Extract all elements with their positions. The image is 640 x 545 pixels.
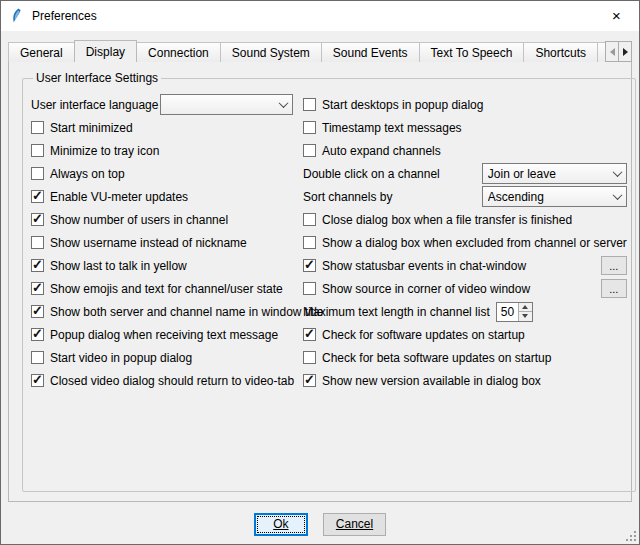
checkbox-popup-text-message[interactable]: Popup dialog when receiving text message: [31, 328, 278, 342]
spinner-down-button[interactable]: [518, 312, 532, 321]
checkbox-box: [31, 144, 44, 157]
checkbox-label: Show last to talk in yellow: [50, 259, 187, 273]
checkbox-box: [31, 121, 44, 134]
checkbox-label: Show both server and channel name in win…: [50, 305, 324, 319]
tab-bar: General Display Connection Sound System …: [8, 40, 632, 62]
checkbox-label: Check for software updates on startup: [322, 328, 525, 342]
double-click-row: Double click on a channel Join or leave: [303, 162, 627, 185]
checkbox-box: [303, 374, 316, 387]
spinner-up-button[interactable]: [518, 303, 532, 313]
window-title: Preferences: [32, 9, 594, 23]
double-click-value: Join or leave: [488, 167, 609, 181]
checkbox-video-popup[interactable]: Start video in popup dialog: [31, 351, 192, 365]
ok-button[interactable]: Ok: [254, 513, 308, 536]
arrow-left-icon: [610, 48, 615, 56]
sort-channels-select[interactable]: Ascending: [482, 186, 627, 207]
checkbox-label: Show username instead of nickname: [50, 236, 247, 250]
close-button[interactable]: ×: [594, 1, 639, 31]
checkbox-show-emojis[interactable]: Show emojis and text for channel/user st…: [31, 282, 283, 296]
tab-scrollers: [606, 41, 632, 62]
tab-sound-events[interactable]: Sound Events: [321, 42, 420, 62]
checkbox-label: Show a dialog box when excluded from cha…: [322, 236, 627, 250]
checkbox-close-on-transfer[interactable]: Close dialog box when a file transfer is…: [303, 213, 572, 227]
double-click-select[interactable]: Join or leave: [482, 163, 627, 184]
checkbox-box: [31, 259, 44, 272]
checkbox-last-to-talk[interactable]: Show last to talk in yellow: [31, 259, 187, 273]
checkbox-label: Closed video dialog should return to vid…: [50, 374, 294, 388]
left-column: User interface language Start minimized …: [31, 93, 293, 392]
chevron-down-icon: [609, 187, 626, 206]
checkbox-label: Auto expand channels: [322, 144, 441, 158]
statusbar-events-row: Show statusbar events in chat-window ...: [303, 254, 627, 277]
checkbox-box: [31, 190, 44, 203]
arrow-up-icon: [522, 305, 528, 309]
tab-shortcuts[interactable]: Shortcuts: [523, 42, 598, 62]
checkbox-label: Close dialog box when a file transfer is…: [322, 213, 572, 227]
checkbox-check-beta-updates[interactable]: Check for beta software updates on start…: [303, 351, 551, 365]
checkbox-box: [303, 144, 316, 157]
language-select[interactable]: [160, 94, 293, 115]
sort-channels-value: Ascending: [488, 190, 609, 204]
language-label: User interface language: [31, 98, 158, 112]
checkbox-check-updates[interactable]: Check for software updates on startup: [303, 328, 525, 342]
sort-channels-label: Sort channels by: [303, 190, 392, 204]
checkbox-server-channel-title[interactable]: Show both server and channel name in win…: [31, 305, 324, 319]
cancel-button[interactable]: Cancel: [323, 513, 386, 536]
checkbox-start-minimized[interactable]: Start minimized: [31, 121, 133, 135]
preferences-dialog: Preferences × General Display Connection…: [0, 0, 640, 545]
tab-scroll-right-button[interactable]: [618, 41, 632, 62]
video-source-more-button[interactable]: ...: [601, 279, 627, 298]
checkbox-box: [31, 351, 44, 364]
checkbox-video-source-corner[interactable]: Show source in corner of video window: [303, 282, 530, 296]
checkbox-new-version-dialog[interactable]: Show new version available in dialog box: [303, 374, 541, 388]
tab-text-to-speech[interactable]: Text To Speech: [419, 42, 525, 62]
checkbox-vu-meter[interactable]: Enable VU-meter updates: [31, 190, 188, 204]
checkbox-box: [31, 305, 44, 318]
title-bar[interactable]: Preferences ×: [1, 1, 639, 31]
checkbox-label: Show new version available in dialog box: [322, 374, 541, 388]
checkbox-box: [31, 282, 44, 295]
checkbox-box: [31, 328, 44, 341]
tab-scroll-left-button[interactable]: [605, 41, 619, 62]
statusbar-events-more-button[interactable]: ...: [601, 256, 627, 275]
video-source-row: Show source in corner of video window ..…: [303, 277, 627, 300]
checkbox-show-user-count[interactable]: Show number of users in channel: [31, 213, 228, 227]
checkbox-statusbar-events[interactable]: Show statusbar events in chat-window: [303, 259, 526, 273]
checkbox-show-username[interactable]: Show username instead of nickname: [31, 236, 247, 250]
checkbox-label: Show emojis and text for channel/user st…: [50, 282, 283, 296]
checkbox-box: [303, 259, 316, 272]
checkbox-label: Enable VU-meter updates: [50, 190, 188, 204]
checkbox-closed-video-return[interactable]: Closed video dialog should return to vid…: [31, 374, 294, 388]
checkbox-excluded-dialog[interactable]: Show a dialog box when excluded from cha…: [303, 236, 627, 250]
arrow-down-icon: [522, 314, 528, 318]
checkbox-box: [303, 98, 316, 111]
max-text-spinner[interactable]: 50: [496, 302, 533, 322]
tab-sound-system[interactable]: Sound System: [220, 42, 322, 62]
tab-connection[interactable]: Connection: [136, 42, 221, 62]
checkbox-label: Check for beta software updates on start…: [322, 351, 551, 365]
checkbox-label: Start video in popup dialog: [50, 351, 192, 365]
tab-display[interactable]: Display: [74, 40, 137, 62]
max-text-row: Maximum text length in channel list 50: [303, 300, 627, 323]
checkbox-label: Always on top: [50, 167, 125, 181]
language-row: User interface language: [31, 93, 293, 116]
display-tab-pane: User Interface Settings User interface l…: [8, 61, 632, 502]
checkbox-label: Show source in corner of video window: [322, 282, 530, 296]
right-column: Start desktops in popup dialog Timestamp…: [303, 93, 627, 392]
checkbox-label: Popup dialog when receiving text message: [50, 328, 278, 342]
checkbox-timestamp-messages[interactable]: Timestamp text messages: [303, 121, 462, 135]
checkbox-auto-expand[interactable]: Auto expand channels: [303, 144, 441, 158]
tab-general[interactable]: General: [8, 42, 75, 62]
checkbox-box: [31, 374, 44, 387]
checkbox-box: [303, 282, 316, 295]
dialog-footer: Ok Cancel: [1, 502, 639, 545]
arrow-right-icon: [623, 48, 628, 56]
checkbox-desktops-popup[interactable]: Start desktops in popup dialog: [303, 98, 483, 112]
group-title: User Interface Settings: [33, 71, 161, 85]
checkbox-minimize-to-tray[interactable]: Minimize to tray icon: [31, 144, 159, 158]
checkbox-label: Start minimized: [50, 121, 133, 135]
checkbox-always-on-top[interactable]: Always on top: [31, 167, 125, 181]
checkbox-box: [31, 213, 44, 226]
resize-grip[interactable]: [624, 529, 637, 542]
checkbox-box: [303, 236, 316, 249]
